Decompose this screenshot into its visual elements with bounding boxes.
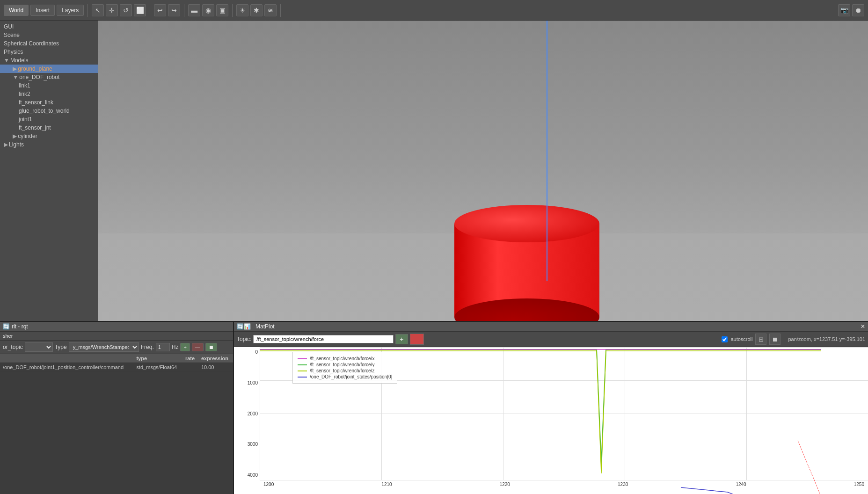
- translate-tool-icon[interactable]: ✛: [106, 4, 118, 16]
- tree-item-robot[interactable]: ▼one_DOF_robot: [0, 73, 98, 81]
- toolbar-separator-1: [88, 4, 88, 17]
- x-label-1200: 1200: [263, 482, 274, 487]
- chart-y-axis: 0 1000 2000 3000 4000: [234, 347, 260, 480]
- rqt-title-bar: 🔄 rlt - rqt: [0, 322, 233, 332]
- tab-insert[interactable]: Insert: [30, 5, 55, 16]
- chart-area[interactable]: 0 1000 2000 3000 4000: [234, 347, 868, 494]
- matplot-coord-display: pan/zoom, x=1237.51 y=-395.101: [788, 336, 865, 342]
- record-icon[interactable]: ⏺: [852, 4, 864, 16]
- legend-line-y: [298, 364, 307, 365]
- box-icon[interactable]: ▬: [188, 4, 200, 16]
- y-label-0: 0: [255, 349, 258, 355]
- tree-item-physics[interactable]: Physics: [0, 48, 98, 56]
- tab-world[interactable]: World: [4, 5, 29, 16]
- chart-x-axis: 1200 1210 1220 1230 1240 1250: [260, 480, 868, 494]
- rqt-add-btn[interactable]: +: [180, 343, 190, 351]
- screenshot-icon[interactable]: 📷: [838, 4, 850, 16]
- redo-icon[interactable]: ↪: [168, 4, 180, 16]
- tree-item-gui[interactable]: GUI: [0, 22, 98, 31]
- legend-label-pos: /one_DOF_robot/joint_states/position[0]: [310, 374, 392, 379]
- tree-item-ft-sensor-jnt[interactable]: ft_sensor_jnt: [0, 124, 98, 132]
- x-label-1220: 1220: [500, 482, 510, 487]
- rqt-table: type rate expression /one_DOF_robot/join…: [0, 354, 233, 494]
- matplot-add-btn[interactable]: +: [395, 334, 408, 344]
- rqt-hz-label: Hz: [172, 344, 179, 350]
- undo-icon[interactable]: ↩: [154, 4, 166, 16]
- autoscroll-area: autoscroll ⊞ ⏹ pan/zoom, x=1237.51 y=-39…: [722, 334, 865, 345]
- table-row[interactable]: /one_DOF_robot/joint1_position_controlle…: [0, 363, 233, 372]
- tab-layers[interactable]: Layers: [57, 5, 84, 16]
- y-label-3000: 3000: [248, 442, 258, 447]
- rqt-topic-select[interactable]: [25, 342, 53, 352]
- matplot-grid-icon[interactable]: ⊞: [755, 334, 766, 345]
- robot-cylinder[interactable]: [454, 205, 599, 336]
- spot-light-icon[interactable]: ≋: [264, 4, 277, 16]
- cylinder-icon[interactable]: ▣: [216, 4, 228, 16]
- tree-item-scene[interactable]: Scene: [0, 31, 98, 39]
- legend-label-x: /ft_sensor_topic/wrench/force/x: [310, 356, 374, 361]
- matplot-panel: 🔄📊 MatPlot ✕ Topic: + autoscroll ⊞ ⏹ pan…: [234, 322, 868, 494]
- rqt-col-empty: [0, 354, 133, 363]
- tree-item-models[interactable]: ▼Models: [0, 56, 98, 65]
- matplot-pause-icon[interactable]: ⏹: [769, 334, 780, 345]
- toolbar-separator-5: [280, 4, 281, 17]
- chart-legend: /ft_sensor_topic/wrench/force/x /ft_sens…: [292, 352, 397, 384]
- rotate-tool-icon[interactable]: ↺: [120, 4, 132, 16]
- rqt-icon: 🔄: [3, 323, 10, 330]
- rqt-publisher-panel: 🔄 rlt - rqt sher or_topic Type y_msgs/Wr…: [0, 322, 234, 494]
- rqt-refresh-btn[interactable]: ⏹: [205, 343, 217, 351]
- rqt-row-expression: 10.00: [198, 363, 233, 372]
- y-label-1000: 1000: [248, 380, 258, 385]
- scale-tool-icon[interactable]: ⬜: [134, 4, 146, 16]
- legend-item-pos: /one_DOF_robot/joint_states/position[0]: [298, 374, 392, 379]
- toolbar-separator-2: [150, 4, 150, 17]
- top-toolbar: World Insert Layers ↖ ✛ ↺ ⬜ ↩ ↪ ▬ ◉ ▣ ☀ …: [0, 0, 868, 21]
- sphere-icon[interactable]: ◉: [202, 4, 214, 16]
- axis-line-blue: [547, 21, 547, 281]
- matplot-close-icon[interactable]: ✕: [861, 323, 865, 330]
- tree-item-glue[interactable]: glue_robot_to_world: [0, 107, 98, 115]
- matplot-toolbar: Topic: + autoscroll ⊞ ⏹ pan/zoom, x=1237…: [234, 332, 868, 347]
- matplot-title: MatPlot: [255, 323, 275, 330]
- point-light-icon[interactable]: ✱: [250, 4, 263, 16]
- tree-item-link1[interactable]: link1: [0, 81, 98, 90]
- rqt-row-rate: [182, 363, 198, 372]
- rqt-type-select[interactable]: y_msgs/WrenchStamped: [69, 342, 139, 352]
- select-tool-icon[interactable]: ↖: [92, 4, 104, 16]
- rqt-subtitle: sher: [3, 333, 13, 339]
- y-label-2000: 2000: [248, 411, 258, 416]
- x-label-1210: 1210: [381, 482, 392, 487]
- rqt-title: rlt - rqt: [12, 323, 28, 330]
- legend-label-z: /ft_sensor_topic/wrench/force/z: [310, 368, 374, 373]
- matplot-title-bar: 🔄📊 MatPlot ✕: [234, 322, 868, 332]
- x-label-1250: 1250: [854, 482, 864, 487]
- matplot-topic-input[interactable]: [253, 335, 394, 343]
- autoscroll-label: autoscroll: [730, 336, 752, 342]
- sun-icon[interactable]: ☀: [236, 4, 248, 16]
- rqt-col-expression[interactable]: expression: [198, 354, 233, 363]
- cylinder-top: [454, 205, 599, 242]
- rqt-subtitle-bar: sher: [0, 332, 233, 341]
- rqt-remove-btn[interactable]: —: [192, 343, 204, 351]
- legend-item-y: /ft_sensor_topic/wrench/force/y: [298, 362, 392, 367]
- matplot-color-btn[interactable]: [410, 334, 424, 345]
- rqt-col-type[interactable]: type: [133, 354, 182, 363]
- tree-item-link2[interactable]: link2: [0, 90, 98, 98]
- rqt-freq-input[interactable]: [156, 343, 170, 351]
- tree-item-joint1[interactable]: joint1: [0, 115, 98, 124]
- rqt-toolbar: or_topic Type y_msgs/WrenchStamped Freq.…: [0, 341, 233, 354]
- tree-item-ground-plane[interactable]: ▶ground_plane: [0, 65, 98, 73]
- bottom-panels: 🔄 rlt - rqt sher or_topic Type y_msgs/Wr…: [0, 321, 868, 494]
- x-label-1230: 1230: [618, 482, 628, 487]
- tree-item-ft-sensor-link[interactable]: ft_sensor_link: [0, 98, 98, 107]
- rqt-row-topic: /one_DOF_robot/joint1_position_controlle…: [0, 363, 133, 372]
- autoscroll-checkbox[interactable]: [722, 336, 728, 342]
- matplot-topic-label: Topic:: [237, 336, 251, 342]
- tree-item-cylinder[interactable]: ▶cylinder: [0, 132, 98, 140]
- legend-line-pos: [298, 377, 307, 378]
- tree-item-lights[interactable]: ▶Lights: [0, 140, 98, 149]
- chart-plot: /ft_sensor_topic/wrench/force/x /ft_sens…: [260, 347, 868, 480]
- tree-item-spherical[interactable]: Spherical Coordinates: [0, 39, 98, 48]
- rqt-col-rate[interactable]: rate: [182, 354, 198, 363]
- matplot-icons-left: 🔄📊: [237, 323, 251, 330]
